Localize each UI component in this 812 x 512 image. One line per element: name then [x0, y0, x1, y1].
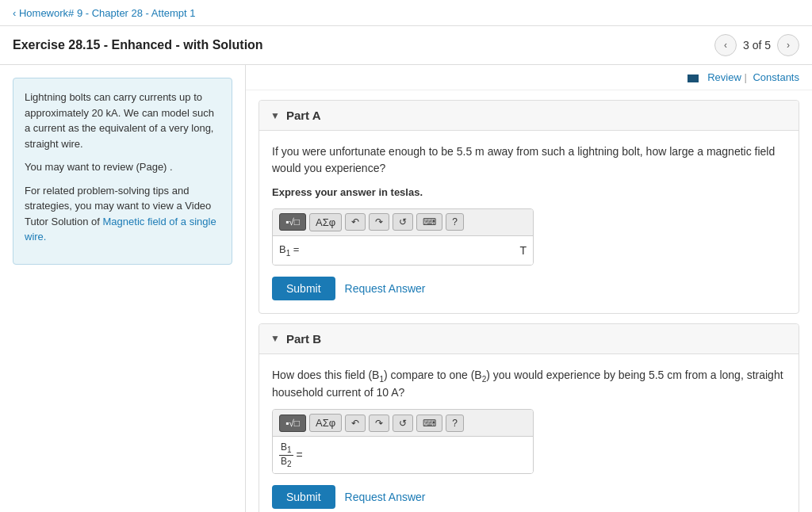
sidebar-intro: Lightning bolts can carry currents up to…: [25, 90, 220, 151]
part-a-field-row: B1 = T: [273, 236, 533, 265]
sidebar-review-note: You may want to review (Page) .: [25, 159, 220, 175]
part-b-keyboard-btn[interactable]: ⌨: [416, 415, 442, 432]
part-b-question: How does this field (B1) compare to one …: [272, 367, 786, 402]
prev-button[interactable]: ‹: [714, 34, 737, 56]
part-a-title: Part A: [286, 109, 321, 122]
part-a-unit: T: [519, 244, 527, 257]
sidebar: Lightning bolts can carry currents up to…: [0, 65, 246, 512]
part-b-help-btn[interactable]: ?: [446, 415, 464, 432]
fraction-numerator: B1: [279, 441, 293, 455]
part-b-input-wrapper: ▪√□ ΑΣφ ↶ ↷ ↺ ⌨ ? B1 B2 =: [272, 409, 534, 474]
part-a-help-btn[interactable]: ?: [446, 213, 464, 231]
part-a-redo-btn[interactable]: ↷: [369, 213, 389, 231]
part-a-question: If you were unfortunate enough to be 5.5…: [272, 143, 786, 177]
sidebar-box: Lightning bolts can carry currents up to…: [13, 78, 232, 265]
part-a-request-link[interactable]: Request Answer: [345, 282, 426, 295]
exercise-title: Exercise 28.15 - Enhanced - with Solutio…: [13, 38, 263, 52]
part-b-toggle[interactable]: ▼: [270, 333, 280, 344]
part-b-section: ▼ Part B How does this field (B1) compar…: [259, 323, 799, 513]
part-b-action-row: Submit Request Answer: [272, 485, 786, 509]
part-a-math-btn[interactable]: ▪√□: [279, 213, 306, 231]
review-link[interactable]: Review: [707, 71, 741, 83]
review-icon: [688, 75, 699, 82]
part-b-symbol-btn[interactable]: ΑΣφ: [309, 414, 342, 432]
part-b-submit-button[interactable]: Submit: [272, 485, 335, 509]
part-b-redo-btn[interactable]: ↷: [369, 415, 389, 432]
part-b-request-link[interactable]: Request Answer: [345, 491, 426, 503]
part-b-math-btn[interactable]: ▪√□: [279, 415, 306, 432]
review-bar: Review | Constants: [246, 65, 812, 90]
part-a-answer-label: B1 =: [279, 243, 299, 258]
content-area: Review | Constants ▼ Part A If you were …: [246, 65, 812, 512]
page-count: 3 of 5: [743, 39, 771, 52]
part-b-title: Part B: [286, 332, 321, 346]
part-a-submit-button[interactable]: Submit: [272, 277, 335, 300]
next-button[interactable]: ›: [777, 34, 799, 56]
part-b-field-row: B1 B2 =: [273, 437, 533, 473]
part-a-header: ▼ Part A: [259, 101, 799, 131]
separator: |: [744, 71, 746, 83]
sidebar-tutor-note: For related problem-solving tips and str…: [25, 183, 220, 245]
part-b-answer-input[interactable]: [308, 445, 527, 464]
part-a-toggle[interactable]: ▼: [270, 110, 280, 121]
navigation-controls: ‹ 3 of 5 ›: [714, 34, 799, 56]
part-a-section: ▼ Part A If you were unfortunate enough …: [259, 100, 799, 314]
part-a-body: If you were unfortunate enough to be 5.5…: [259, 131, 799, 313]
part-a-keyboard-btn[interactable]: ⌨: [416, 213, 442, 231]
part-b-reset-btn[interactable]: ↺: [393, 415, 413, 432]
breadcrumb-link[interactable]: ‹ Homework# 9 - Chapter 28 - Attempt 1: [13, 7, 195, 19]
part-a-input-wrapper: ▪√□ ΑΣφ ↶ ↷ ↺ ⌨ ? B1 = T: [272, 208, 534, 266]
part-a-instruction: Express your answer in teslas.: [272, 185, 786, 201]
part-a-action-row: Submit Request Answer: [272, 277, 786, 300]
constants-link[interactable]: Constants: [753, 71, 799, 83]
fraction-denominator: B2: [279, 456, 293, 468]
part-b-body: How does this field (B1) compare to one …: [259, 354, 799, 513]
part-a-undo-btn[interactable]: ↶: [345, 213, 366, 231]
part-a-symbol-btn[interactable]: ΑΣφ: [309, 213, 342, 231]
part-a-toolbar: ▪√□ ΑΣφ ↶ ↷ ↺ ⌨ ?: [273, 209, 533, 236]
part-b-toolbar: ▪√□ ΑΣφ ↶ ↷ ↺ ⌨ ?: [273, 410, 533, 437]
part-b-header: ▼ Part B: [259, 324, 799, 354]
part-b-fraction-label: B1 B2: [279, 441, 293, 468]
part-a-reset-btn[interactable]: ↺: [393, 213, 413, 231]
part-b-undo-btn[interactable]: ↶: [345, 415, 366, 432]
equals-sign: =: [297, 449, 303, 461]
part-a-answer-input[interactable]: [305, 241, 515, 260]
